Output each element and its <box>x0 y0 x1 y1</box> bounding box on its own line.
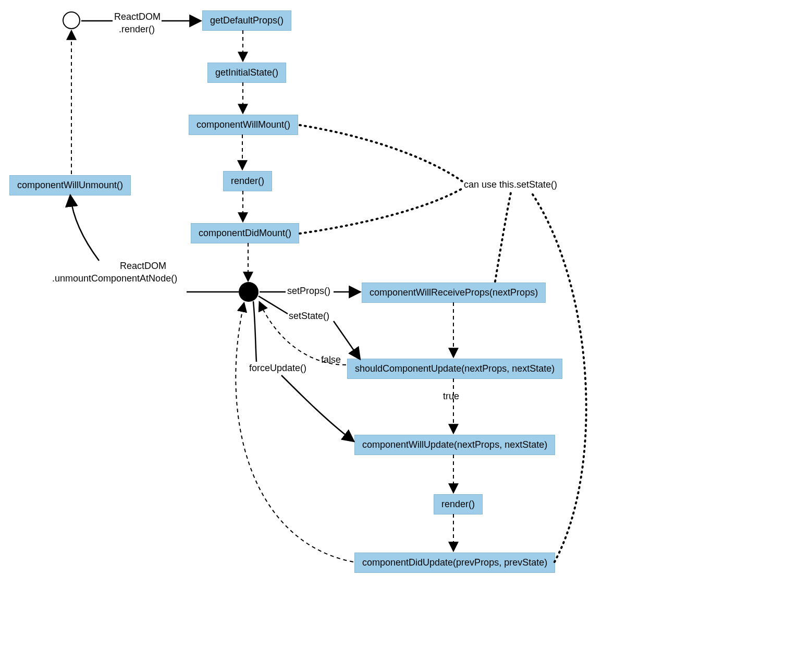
label-true: true <box>443 391 459 402</box>
label-unmount-line2: .unmountComponentAtNode() <box>52 273 177 284</box>
label-reactdom-render-line1: ReactDOM <box>114 11 161 22</box>
node-render2: render() <box>434 494 483 514</box>
start-state-circle <box>63 11 80 29</box>
node-componentDidMount: componentDidMount() <box>191 223 299 243</box>
node-getInitialState: getInitialState() <box>207 63 286 83</box>
node-componentWillUpdate: componentWillUpdate(nextProps, nextState… <box>354 435 555 455</box>
mounted-state-circle <box>239 282 259 302</box>
label-false: false <box>321 354 341 365</box>
label-setprops: setProps() <box>287 286 330 297</box>
node-componentDidUpdate: componentDidUpdate(prevProps, prevState) <box>354 553 555 573</box>
label-unmount-line1: ReactDOM <box>120 261 166 272</box>
label-forceupdate: forceUpdate() <box>249 363 306 374</box>
diagram-canvas: componentWillUnmount() getDefaultProps()… <box>0 0 812 662</box>
node-getDefaultProps: getDefaultProps() <box>202 10 291 31</box>
label-can-use-setstate: can use this.setState() <box>464 179 557 190</box>
node-componentWillUnmount: componentWillUnmount() <box>9 175 131 195</box>
label-setstate: setState() <box>289 311 329 322</box>
node-componentWillReceiveProps: componentWillReceiveProps(nextProps) <box>362 283 546 303</box>
node-shouldComponentUpdate: shouldComponentUpdate(nextProps, nextSta… <box>347 359 562 379</box>
label-reactdom-render-line2: .render() <box>119 24 155 35</box>
node-componentWillMount: componentWillMount() <box>189 115 298 135</box>
node-render1: render() <box>223 171 272 191</box>
